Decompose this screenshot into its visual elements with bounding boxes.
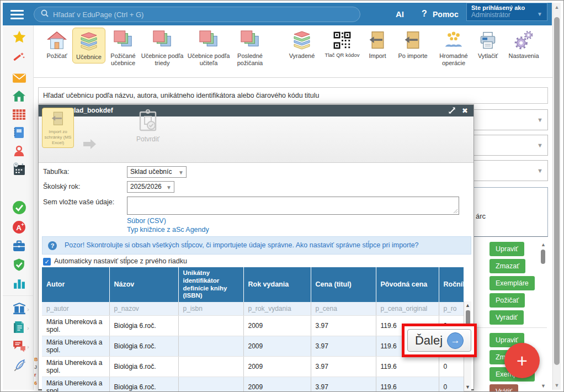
filter-dropdown-2[interactable]: ▼	[473, 135, 548, 156]
field-cell: p_ro	[439, 302, 464, 316]
help-question-icon[interactable]: ?	[422, 9, 427, 19]
scroll-up-icon[interactable]: ▲	[464, 303, 471, 308]
close-icon[interactable]: ✖	[462, 105, 468, 116]
toolbar-item-vytlacit[interactable]: Vytlačiť	[473, 28, 502, 60]
toolbar-item-nastavenia[interactable]: Nastavenia	[507, 28, 541, 60]
import-from-clipboard-button[interactable]: Import zo schránky (MS Excel)	[42, 108, 74, 148]
chat-bubbles-icon[interactable]	[12, 339, 26, 353]
logged-in-user-dropdown[interactable]: Ste prihlásený ako Administrátor ▼	[466, 3, 547, 21]
scroll-up-icon[interactable]: ▲	[540, 242, 547, 247]
filter-dropdown-1[interactable]: ▼	[473, 109, 548, 130]
col-header[interactable]: Pôvodná cena	[376, 267, 439, 302]
paste-data-textarea[interactable]	[127, 197, 459, 215]
delete-button[interactable]: Zmazať	[489, 259, 525, 273]
filter-dropdown-3[interactable]: ▼	[473, 160, 548, 181]
scroll-down-icon[interactable]: ▼	[464, 384, 471, 390]
toolbar-item-hromadne-operacie[interactable]: Hromadné operácie	[436, 28, 471, 66]
document-icon[interactable]	[12, 320, 26, 335]
ai-button[interactable]: AI	[396, 9, 404, 19]
confirm-button[interactable]: Potvrdiť	[127, 109, 168, 143]
cell-title: Biológia 6.roč.	[109, 357, 178, 377]
bar-chart-icon[interactable]	[12, 277, 26, 291]
table-row[interactable]: Mária Uhereková a spol. Biológia 6.roč. …	[42, 336, 464, 357]
logged-in-label: Ste prihlásený ako	[471, 4, 542, 11]
col-header[interactable]: Rok vydania	[243, 267, 311, 302]
table-row[interactable]: Mária Uhereková a spol. Biológia 6.roč. …	[42, 377, 464, 392]
cell-author: Mária Uhereková a spol.	[42, 377, 109, 392]
help-button[interactable]: Pomoc	[433, 10, 459, 19]
col-header[interactable]: Cena (titul)	[311, 267, 376, 302]
briefcase-icon[interactable]	[12, 239, 26, 253]
table-select[interactable]: Sklad učebníc ▼	[127, 166, 187, 178]
sign-quill-icon[interactable]	[12, 359, 26, 373]
table-scrollbar-thumb[interactable]	[466, 310, 470, 325]
results-box-partial: árc	[473, 187, 548, 237]
panel-scrollbar-thumb[interactable]	[541, 250, 545, 264]
toolbar-item-ucebnice-podla-triedy[interactable]: Učebnice podľa triedy	[140, 28, 185, 66]
check-circle-icon[interactable]	[12, 200, 26, 215]
toolbar-item-import[interactable]: Import	[364, 28, 391, 60]
global-search[interactable]	[34, 7, 360, 22]
col-header[interactable]: Názov	[109, 267, 178, 302]
next-button[interactable]: Ďalej →	[407, 329, 471, 352]
calendar-clock-icon[interactable]	[12, 162, 26, 177]
toolbar-item-pozicat[interactable]: Požičať	[42, 28, 71, 60]
toolbar-item-pozicane-ucebnice[interactable]: Požičané učebnice	[106, 28, 140, 66]
timetable-grid-icon[interactable]	[12, 108, 26, 122]
col-header[interactable]: Ročník	[439, 267, 464, 302]
magic-wand-icon[interactable]	[12, 51, 26, 65]
toolbar-item-ucebnice[interactable]: Učebnice	[72, 28, 105, 63]
page-scrollbar-thumb[interactable]	[554, 17, 560, 365]
hamburger-menu-icon[interactable]	[10, 8, 24, 22]
field-cell: p_cena	[311, 302, 376, 316]
toolbar-item-ucebnice-podla-ucitela[interactable]: Učebnice podľa učiteľa	[186, 28, 231, 66]
home-icon[interactable]	[12, 89, 26, 104]
asc-agenda-link[interactable]: Typ knižnice z aSc Agendy	[127, 226, 209, 234]
panel-scrollbar[interactable]: ▲ ▼	[540, 242, 547, 390]
mail-icon[interactable]	[12, 71, 26, 85]
table-row[interactable]: Mária Uhereková a spol. Biológia 6.roč. …	[42, 357, 464, 377]
copies-button[interactable]: Exempláre	[489, 276, 535, 290]
chevron-down-icon: ▼	[166, 182, 172, 193]
scroll-down-icon[interactable]: ▼	[540, 383, 547, 389]
col-header[interactable]: Unikátny identifikátor definície knihy (…	[178, 267, 243, 302]
scroll-up-icon[interactable]: ▲	[553, 4, 561, 10]
chevron-right-icon: ›	[27, 343, 29, 350]
discard-button[interactable]: Vyradiť	[489, 310, 524, 325]
lend-button[interactable]: Požičať	[489, 293, 525, 308]
grades-a-plus-icon[interactable]: A+	[12, 220, 26, 235]
notebook-icon[interactable]	[12, 126, 26, 140]
toolbar-item-posledne-pozicania[interactable]: Posledné požičania	[232, 28, 268, 66]
row-actions-group-1: Upraviť Zmazať Exempláre Požičať Vyradiť	[489, 242, 535, 327]
dialog-titlebar[interactable]: Import sklad_bookdef ✖	[39, 105, 473, 116]
scroll-down-icon[interactable]: ▼	[553, 383, 561, 388]
shield-check-icon[interactable]	[12, 258, 26, 272]
stacked-books-icon	[106, 28, 140, 52]
cell-grade: 0	[439, 357, 464, 377]
csv-file-link[interactable]: Súbor (CSV)	[127, 217, 166, 225]
search-icon	[41, 9, 49, 19]
house-icon	[42, 28, 71, 52]
person-icon[interactable]	[12, 144, 26, 158]
cell-title: Biológia 6.roč.	[109, 377, 178, 392]
page-scrollbar[interactable]: ▲ ▼	[552, 3, 561, 390]
col-header[interactable]: Autor	[42, 267, 109, 302]
global-search-input[interactable]	[52, 10, 360, 19]
school-year-select[interactable]: 2025/2026 ▼	[127, 181, 174, 193]
auto-columns-checkbox[interactable]: ✓	[43, 258, 51, 266]
add-fab-button[interactable]: +	[504, 343, 540, 378]
table-row[interactable]: Mária Uhereková a spol. Biológia 6.roč. …	[42, 316, 464, 336]
question-circle-icon[interactable]: ?	[48, 241, 57, 250]
next-button-label: Ďalej	[415, 333, 443, 348]
toolbar-item-vyradene[interactable]: Vyradené	[285, 28, 319, 60]
edit-button[interactable]: Upraviť	[489, 242, 524, 256]
book-search-input[interactable]: Hľadať učebnicu podľa názvu, autora, uni…	[38, 87, 548, 104]
dialog-toolbar	[39, 116, 473, 163]
highlight-annotation: Ďalej →	[402, 324, 477, 357]
cell-author: Mária Uhereková a spol.	[42, 316, 109, 336]
favorites-star-icon[interactable]	[12, 30, 26, 44]
toolbar-item-tlac-qr-kodov[interactable]: Tlač QR kódov	[323, 28, 361, 59]
library-book-icon[interactable]	[12, 301, 26, 316]
toolbar-item-po-importe[interactable]: Po importe	[395, 28, 430, 60]
return-button[interactable]: Vrátiť	[489, 384, 518, 392]
